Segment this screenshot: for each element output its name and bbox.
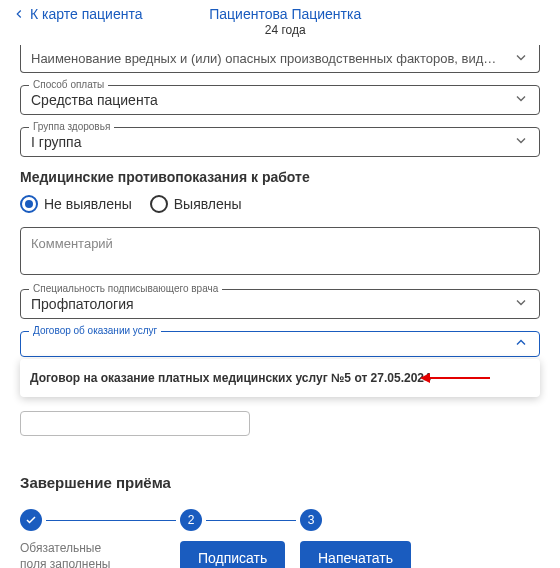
comment-textarea[interactable]: Комментарий [20,227,540,275]
step-2-circle: 2 [180,509,202,531]
chevron-down-icon [513,49,529,68]
payment-method-select[interactable]: Способ оплаты Средства пациента [20,85,540,115]
page-header: К карте пациента Пациентова Пациентка 24… [0,0,560,45]
chevron-down-icon [513,295,529,314]
steps-row: Обязательные поля заполнены 2 Подписать … [20,509,540,568]
contraindications-title: Медицинские противопоказания к работе [20,169,540,185]
sign-button[interactable]: Подписать [180,541,285,568]
back-label: К карте пациента [30,6,142,22]
chevron-up-icon [513,335,529,354]
contract-select[interactable]: Договор об оказании услуг Договор на ока… [20,331,540,397]
health-group-label: Группа здоровья [29,121,114,132]
step-3: 3 Напечатать [300,509,411,568]
harmful-factors-field[interactable]: Наименование вредных и (или) опасных про… [20,45,540,73]
comment-placeholder: Комментарий [31,236,113,251]
radio-found[interactable]: Выявлены [150,195,242,213]
harmful-factors-value: Наименование вредных и (или) опасных про… [31,51,501,66]
payment-label: Способ оплаты [29,79,108,90]
step-1-text: Обязательные поля заполнены [20,541,130,568]
doctor-specialty-select[interactable]: Специальность подписывающего врача Профп… [20,289,540,319]
radio-not-found[interactable]: Не выявлены [20,195,132,213]
radio-unchecked-icon [150,195,168,213]
completion-section: Завершение приёма Обязательные поля запо… [20,460,540,568]
print-button[interactable]: Напечатать [300,541,411,568]
completion-title: Завершение приёма [20,474,540,491]
obscured-field[interactable] [20,411,250,436]
radio-not-found-label: Не выявлены [44,196,132,212]
contract-dropdown-list: Договор на оказание платных медицинских … [20,359,540,397]
contract-label: Договор об оказании услуг [29,325,161,336]
health-group-select[interactable]: Группа здоровья I группа [20,127,540,157]
chevron-left-icon [12,7,26,21]
contract-select-header[interactable]: Договор об оказании услуг [20,331,540,357]
step-1: Обязательные поля заполнены [20,509,180,568]
patient-age: 24 года [142,23,428,37]
health-group-value: I группа [31,134,529,150]
patient-info: Пациентова Пациентка 24 года [142,6,428,37]
chevron-down-icon [513,91,529,110]
step-2: 2 Подписать [180,509,300,568]
arrow-annotation [420,373,490,383]
step-connector [206,520,296,521]
back-to-patient-link[interactable]: К карте пациента [12,6,142,22]
specialty-label: Специальность подписывающего врача [29,283,222,294]
step-3-circle: 3 [300,509,322,531]
radio-found-label: Выявлены [174,196,242,212]
chevron-down-icon [513,133,529,152]
step-connector [46,520,176,521]
contraindications-radio-group: Не выявлены Выявлены [20,195,540,213]
step-done-icon [20,509,42,531]
radio-checked-icon [20,195,38,213]
patient-name: Пациентова Пациентка [142,6,428,22]
payment-value: Средства пациента [31,92,529,108]
specialty-value: Профпатология [31,296,529,312]
